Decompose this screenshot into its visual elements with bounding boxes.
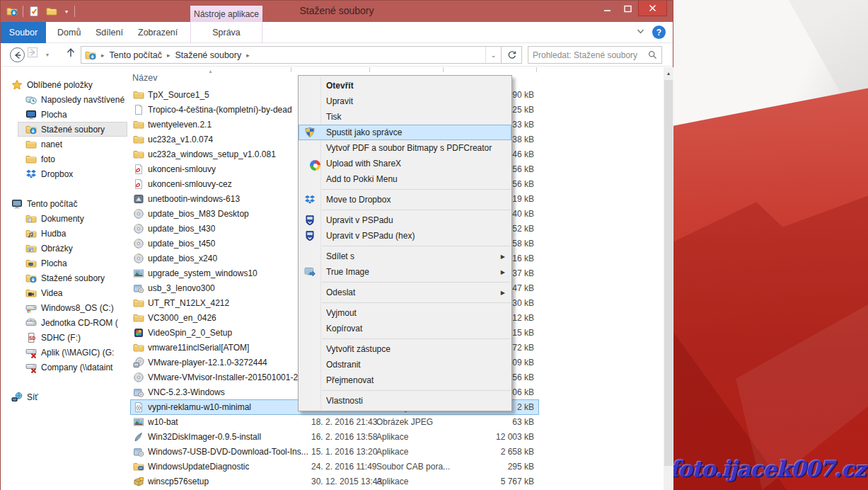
uac-shield-icon <box>304 127 316 138</box>
search-input[interactable]: Prohledat: Stažené soubory <box>528 46 662 64</box>
column-header-name[interactable]: Název <box>132 73 157 83</box>
help-icon[interactable]: ? <box>652 25 666 39</box>
sidebar-item[interactable]: Hudba <box>1 226 129 241</box>
menu-item[interactable]: Upload with ShareX <box>299 156 511 171</box>
sort-asc-icon: ▲ <box>208 69 213 74</box>
menu-item[interactable]: Tisk <box>299 109 511 125</box>
sidebar-item[interactable]: Obrázky <box>1 241 129 256</box>
zip-icon <box>133 134 144 145</box>
zip-icon <box>133 149 144 160</box>
recent-locations-chevron-icon[interactable]: ▾ <box>46 52 49 58</box>
address-dropdown-chevron-icon[interactable]: ⌄ <box>485 47 501 63</box>
menu-item[interactable]: Odstranit <box>299 357 511 372</box>
menu-item[interactable]: Kopírovat <box>299 321 511 336</box>
menu-item[interactable]: Move to Dropbox <box>299 192 511 207</box>
menu-item[interactable]: Add to Pokki Menu <box>299 171 511 187</box>
sidebar-item[interactable]: Stažené soubory <box>1 270 129 285</box>
breadcrumb-box[interactable]: ▸ Tento počítač ▸ Stažené soubory ▸ ⌄ <box>81 46 522 64</box>
file-type: Aplikace <box>376 447 408 457</box>
sidebar-item[interactable]: Naposledy navštívené <box>1 92 129 107</box>
file-name: VMware-VMvisor-Installer-201501001-2 <box>148 372 298 382</box>
breadcrumb-item-downloads[interactable]: Stažené soubory <box>175 50 241 60</box>
menu-item[interactable]: Upravit <box>299 93 511 109</box>
menu-item[interactable]: Upravit v PSPadu (hex) <box>299 228 511 244</box>
search-icon[interactable] <box>648 50 657 59</box>
tab-soubor[interactable]: Soubor <box>1 22 46 43</box>
colorapp-icon <box>133 327 144 338</box>
sidebar-item[interactable]: Company (\\dataint <box>1 360 129 375</box>
folder-down-icon <box>25 273 37 284</box>
minimize-button[interactable] <box>597 1 618 16</box>
menu-item[interactable]: Sdílet s▶ <box>299 249 511 264</box>
file-name: Windows7-USB-DVD-Download-Tool-Ins... <box>148 447 308 457</box>
sidebar-item[interactable]: Videa <box>1 285 129 300</box>
menu-item[interactable]: Vytvoř PDF a soubor Bitmapy s PDFCreator <box>299 140 511 156</box>
file-size: 295 kB <box>508 462 534 472</box>
trueimage-icon <box>304 266 316 278</box>
file-size: 90 kB <box>512 90 534 100</box>
sidebar-group-this-pc[interactable]: Tento počítač <box>1 196 129 211</box>
column-divider[interactable] <box>369 67 370 72</box>
sidebar-item[interactable]: Windows8_OS (C:) <box>1 300 129 315</box>
file-name: VMware-player-12.1.0-3272444 <box>148 358 267 368</box>
sidebar-item[interactable]: Aplik (\\MAGIC) (G: <box>1 345 129 360</box>
menu-item[interactable]: Vyjmout <box>299 305 511 321</box>
menu-item[interactable]: True Image▶ <box>299 264 511 280</box>
menu-item[interactable]: Upravit v PSPadu <box>299 212 511 228</box>
sidebar-group-network[interactable]: Síť <box>1 389 129 404</box>
file-size: 47 kB <box>512 283 534 293</box>
disc-icon <box>133 372 144 383</box>
tab-domu[interactable]: Domů <box>49 22 89 43</box>
tab-sprava[interactable]: Správa <box>190 22 262 43</box>
breadcrumb-folder-icon <box>85 50 96 61</box>
recent-icon <box>25 94 37 106</box>
sidebar-item[interactable]: SDSDHC (F:) <box>1 330 129 345</box>
column-divider[interactable] <box>536 67 537 72</box>
tab-sdileni[interactable]: Sdílení <box>87 22 132 43</box>
file-size: 40 kB <box>512 209 534 219</box>
menu-item[interactable]: Otevřít <box>299 78 511 93</box>
sidebar-item[interactable]: Stažené soubory <box>1 122 129 137</box>
file-size: 2 kB <box>517 402 534 412</box>
scrollbar-thumb[interactable] <box>664 80 673 466</box>
breadcrumb-item-this-pc[interactable]: Tento počítač <box>110 50 162 60</box>
file-name: Win32DiskImager-0.9.5-install <box>148 432 261 442</box>
file-name: w10-bat <box>148 417 178 427</box>
maximize-button[interactable] <box>618 1 638 16</box>
disc-icon <box>133 223 144 234</box>
scroll-up-icon[interactable]: ▲ <box>664 67 673 79</box>
tab-zobrazeni[interactable]: Zobrazení <box>129 22 186 43</box>
file-row[interactable]: WindowsUpdateDiagnostic24. 2. 2016 11:49… <box>129 460 663 474</box>
navigation-pane: Oblíbené položkyNaposledy navštívenéPloc… <box>1 67 129 490</box>
file-row[interactable]: w10-bat18. 2. 2016 21:43Obrázek JPEG63 k… <box>129 415 663 430</box>
column-divider[interactable] <box>443 67 444 72</box>
file-row[interactable]: Win32DiskImager-0.9.5-install16. 2. 2016… <box>129 430 663 445</box>
file-row[interactable]: winscp576setup30. 12. 2015 13:43Aplikace… <box>129 474 663 489</box>
breadcrumb[interactable]: ▸ Tento počítač ▸ Stažené soubory ▸ <box>81 47 485 63</box>
sidebar-item[interactable]: Dropbox <box>1 166 129 181</box>
menu-item[interactable]: Spustit jako správce <box>299 125 511 140</box>
sidebar-item[interactable]: nanet <box>1 137 129 152</box>
file-row[interactable]: Windows7-USB-DVD-Download-Tool-Ins...15.… <box>129 445 663 460</box>
sidebar-item[interactable]: Jednotka CD-ROM ( <box>1 315 129 330</box>
sidebar-item[interactable]: Dokumenty <box>1 211 129 226</box>
column-divider[interactable] <box>291 67 291 72</box>
menu-item[interactable]: Vytvořit zástupce <box>299 341 511 357</box>
sidebar-group-favorites[interactable]: Oblíbené položky <box>1 77 129 92</box>
sidebar-item[interactable]: foto <box>1 152 129 166</box>
back-icon[interactable] <box>10 47 25 62</box>
menu-item[interactable]: Odeslat▶ <box>299 285 511 300</box>
menu-item[interactable]: Přejmenovat <box>299 372 511 388</box>
close-button[interactable] <box>638 1 667 16</box>
menu-item[interactable]: Vlastnosti <box>299 393 511 409</box>
forward-icon[interactable] <box>28 47 37 57</box>
vertical-scrollbar[interactable]: ▲ <box>664 67 673 490</box>
wallpaper-watermark: foto.ijacek007.cz :-) <box>669 456 866 482</box>
submenu-arrow-icon: ▶ <box>501 253 505 260</box>
file-name: ukonceni-smlouvy <box>148 164 216 174</box>
sidebar-item[interactable]: Plocha <box>1 107 129 122</box>
refresh-icon[interactable] <box>501 47 521 63</box>
up-icon[interactable] <box>66 47 76 58</box>
ribbon-collapse-chevron-icon[interactable] <box>637 28 644 35</box>
sidebar-item[interactable]: Plocha <box>1 256 129 270</box>
